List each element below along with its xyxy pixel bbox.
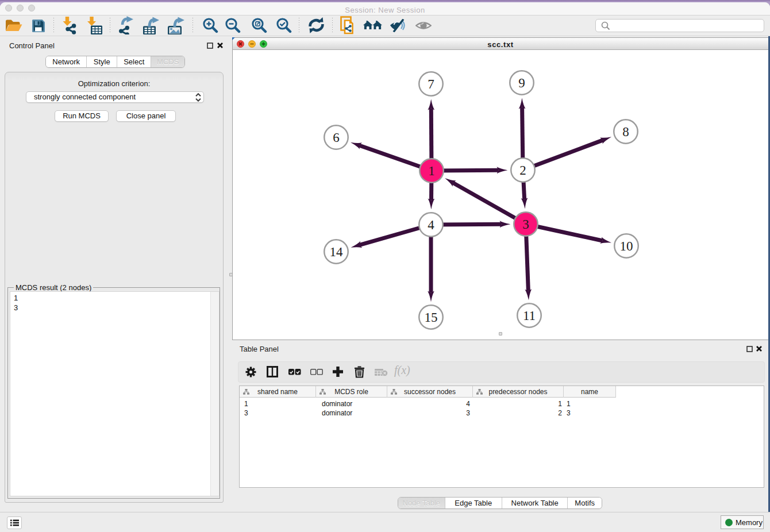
svg-text:10: 10: [620, 239, 633, 253]
svg-text:6: 6: [333, 130, 340, 145]
svg-text:9: 9: [518, 76, 525, 90]
svg-text:8: 8: [622, 125, 629, 139]
svg-text:14: 14: [330, 245, 344, 259]
svg-text:11: 11: [523, 309, 536, 323]
svg-text:7: 7: [428, 77, 434, 91]
svg-text:2: 2: [519, 163, 526, 178]
svg-text:15: 15: [425, 310, 438, 325]
svg-text:3: 3: [522, 217, 529, 232]
svg-text:1: 1: [428, 164, 435, 178]
svg-text:4: 4: [428, 218, 434, 232]
